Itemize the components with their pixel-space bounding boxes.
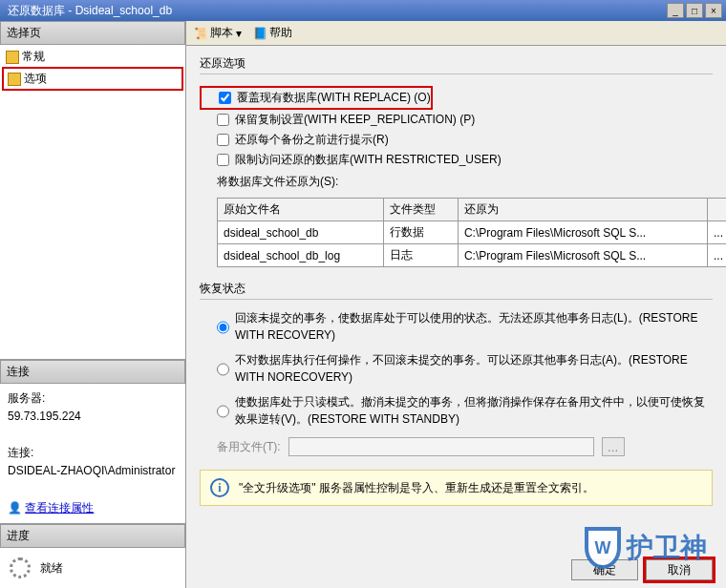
help-button[interactable]: 📘 帮助 [253, 25, 292, 41]
nav-label: 常规 [22, 49, 45, 65]
page-icon [6, 51, 19, 64]
keep-replication-label: 保留复制设置(WITH KEEP_REPLICATION) (P) [235, 112, 475, 128]
toolbar: 📜 脚本 ▾ 📘 帮助 [186, 21, 726, 46]
keep-replication-checkbox[interactable] [217, 114, 229, 126]
cell-name: dsideal_school_db_log [218, 244, 384, 267]
col-restore-as[interactable]: 还原为 [458, 199, 707, 221]
recovery-state-title: 恢复状态 [200, 281, 713, 300]
info-icon: i [210, 478, 229, 497]
script-label: 脚本 [210, 25, 233, 41]
help-icon: 📘 [253, 27, 267, 40]
script-button[interactable]: 📜 脚本 ▾ [194, 25, 242, 41]
files-table: 原始文件名 文件类型 还原为 dsideal_school_db 行数据 C:\… [217, 198, 726, 267]
overwrite-checkbox[interactable] [219, 92, 231, 104]
recovery-radio-recovery[interactable] [217, 311, 229, 344]
nav-header: 选择页 [0, 21, 185, 45]
help-label: 帮助 [269, 25, 292, 41]
table-row[interactable]: dsideal_school_db_log 日志 C:\Program File… [218, 244, 727, 267]
progress-label: 就绪 [40, 560, 63, 577]
col-file-type[interactable]: 文件类型 [383, 199, 458, 221]
cancel-button[interactable]: 取消 [646, 559, 713, 580]
sidebar: 选择页 常规 选项 连接 服务器: 59.73.195.224 连接: DSID… [0, 21, 186, 588]
nav-label: 选项 [24, 71, 47, 87]
col-original-name[interactable]: 原始文件名 [218, 199, 384, 221]
restricted-option[interactable]: 限制访问还原的数据库(WITH RESTRICTED_USER) [200, 150, 713, 170]
browse-button[interactable]: ... [707, 221, 726, 244]
standby-file-input [288, 437, 594, 456]
cell-path: C:\Program Files\Microsoft SQL S... [458, 244, 707, 267]
recovery-radio-norecovery[interactable] [217, 353, 229, 386]
window-controls: _ □ × [667, 3, 722, 18]
cell-type: 日志 [383, 244, 458, 267]
cell-path: C:\Program Files\Microsoft SQL S... [458, 221, 707, 244]
nav-item-general[interactable]: 常规 [2, 47, 183, 67]
server-value: 59.73.195.224 [8, 408, 178, 426]
standby-file-label: 备用文件(T): [217, 439, 281, 455]
ok-button[interactable]: 确定 [571, 559, 638, 580]
info-text: "全文升级选项" 服务器属性控制是导入、重新生成还是重置全文索引。 [239, 480, 594, 496]
restore-options-group: 还原选项 覆盖现有数据库(WITH REPLACE) (O) 保留复制设置(WI… [200, 55, 713, 267]
recovery-radio-standby[interactable] [217, 395, 229, 428]
connection-header: 连接 [0, 360, 185, 384]
nav-item-options[interactable]: 选项 [2, 67, 183, 91]
spinner-icon [10, 557, 31, 578]
keep-replication-option[interactable]: 保留复制设置(WITH KEEP_REPLICATION) (P) [200, 110, 713, 130]
recovery-label-recovery: 回滚未提交的事务，使数据库处于可以使用的状态。无法还原其他事务日志(L)。(RE… [235, 309, 713, 344]
main-panel: 📜 脚本 ▾ 📘 帮助 还原选项 覆盖现有数据库(WITH REPLACE) (… [186, 21, 726, 588]
info-box: i "全文升级选项" 服务器属性控制是导入、重新生成还是重置全文索引。 [200, 470, 713, 506]
titlebar: 还原数据库 - Dsideal_school_db _ □ × [0, 0, 726, 21]
cell-name: dsideal_school_db [218, 221, 384, 244]
recovery-state-group: 恢复状态 回滚未提交的事务，使数据库处于可以使用的状态。无法还原其他事务日志(L… [200, 281, 713, 456]
standby-file-browse: ... [602, 437, 625, 456]
files-label: 将数据库文件还原为(S): [200, 170, 713, 194]
maximize-button[interactable]: □ [686, 3, 703, 18]
view-connection-link[interactable]: 查看连接属性 [25, 501, 94, 514]
server-label: 服务器: [8, 389, 178, 408]
recovery-label-standby: 使数据库处于只读模式。撤消未提交的事务，但将撤消操作保存在备用文件中，以便可使恢… [235, 393, 713, 428]
recovery-label-norecovery: 不对数据库执行任何操作，不回滚未提交的事务。可以还原其他事务日志(A)。(RES… [235, 351, 713, 386]
minimize-button[interactable]: _ [667, 3, 684, 18]
user-icon: 👤 [8, 501, 22, 514]
restore-options-title: 还原选项 [200, 55, 713, 74]
table-row[interactable]: dsideal_school_db 行数据 C:\Program Files\M… [218, 221, 727, 244]
overwrite-label: 覆盖现有数据库(WITH REPLACE) (O) [237, 90, 431, 106]
prompt-checkbox[interactable] [217, 134, 229, 146]
footer: 确定 取消 [186, 552, 726, 588]
prompt-label: 还原每个备份之前进行提示(R) [235, 132, 389, 148]
connection-label: 连接: [8, 444, 178, 462]
restricted-label: 限制访问还原的数据库(WITH RESTRICTED_USER) [235, 152, 502, 168]
script-icon: 📜 [194, 27, 207, 40]
cell-type: 行数据 [383, 221, 458, 244]
progress-header: 进度 [0, 524, 185, 548]
browse-button[interactable]: ... [707, 244, 726, 267]
prompt-option[interactable]: 还原每个备份之前进行提示(R) [200, 130, 713, 150]
page-icon [8, 73, 21, 86]
overwrite-option[interactable]: 覆盖现有数据库(WITH REPLACE) (O) [200, 86, 433, 110]
restricted-checkbox[interactable] [217, 154, 229, 166]
close-button[interactable]: × [705, 3, 722, 18]
connection-value: DSIDEAL-ZHAOQI\Administrator [8, 462, 178, 480]
window-title: 还原数据库 - Dsideal_school_db [4, 3, 667, 19]
